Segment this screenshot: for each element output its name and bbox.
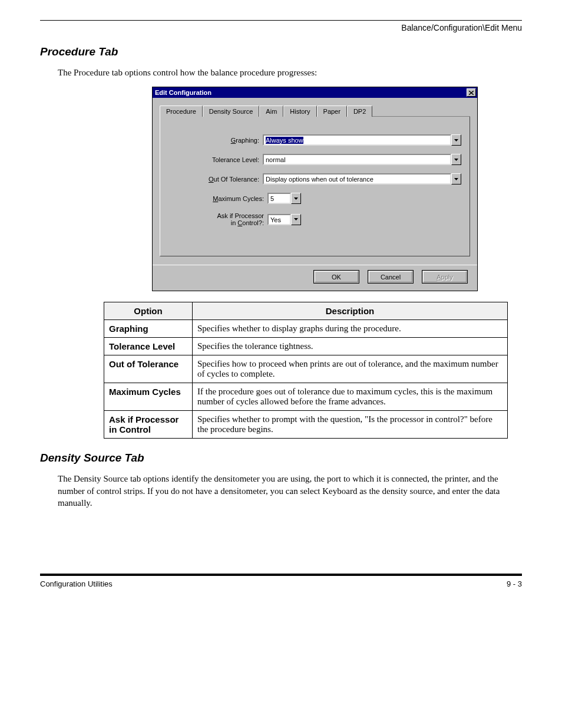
tabstrip: Procedure Density Source Aim History Pap… <box>160 104 470 117</box>
dropdown-button[interactable] <box>291 214 301 225</box>
tab-density-source[interactable]: Density Source <box>203 106 260 117</box>
tab-history[interactable]: History <box>283 106 316 117</box>
intro-text: The Procedure tab options control how th… <box>58 67 522 78</box>
dialog-title: Edit Configuration <box>155 88 211 97</box>
footer-left: Configuration Utilities <box>40 579 113 588</box>
edit-configuration-dialog: Edit Configuration Procedure Density Sou… <box>152 87 478 291</box>
section-heading-procedure: Procedure Tab <box>40 45 522 58</box>
cancel-button[interactable]: Cancel <box>368 270 414 284</box>
graphing-dropdown[interactable]: Always show <box>263 134 461 146</box>
dialog-titlebar: Edit Configuration <box>153 87 477 98</box>
close-button[interactable] <box>467 88 476 97</box>
tab-aim[interactable]: Aim <box>259 106 283 117</box>
page-footer: Configuration Utilities 9 - 3 <box>40 574 522 588</box>
label-graphing: Graphing: <box>168 137 263 144</box>
dropdown-button[interactable] <box>291 193 301 204</box>
label-out-of-tolerance: Out Of Tolerance: <box>168 176 263 183</box>
label-ask-processor: Ask if Processor in Control?: <box>168 212 267 226</box>
dropdown-button[interactable] <box>451 173 461 185</box>
table-row: Maximum CyclesIf the procedure goes out … <box>104 383 508 411</box>
ask-processor-dropdown[interactable]: Yes <box>267 214 301 225</box>
density-source-text: The Density Source tab options identify … <box>58 473 522 509</box>
chevron-down-icon <box>454 159 458 161</box>
apply-button[interactable]: Apply <box>422 270 468 284</box>
label-tolerance-level: Tolerance Level: <box>168 156 263 163</box>
chevron-down-icon <box>454 139 458 141</box>
dropdown-button[interactable] <box>451 134 461 146</box>
tab-dp2[interactable]: DP2 <box>347 106 372 117</box>
table-row: Tolerance LevelSpecifies the tolerance t… <box>104 338 508 355</box>
table-header-option: Option <box>104 302 193 320</box>
close-icon <box>469 91 474 95</box>
table-row: Out of ToleranceSpecifies how to proceed… <box>104 355 508 383</box>
tab-panel-procedure: Graphing: Always show Tolerance Level: n… <box>160 117 470 256</box>
section-heading-density-source: Density Source Tab <box>40 452 522 465</box>
tab-paper[interactable]: Paper <box>317 106 347 117</box>
table-header-description: Description <box>193 302 508 320</box>
ok-button[interactable]: OK <box>313 270 359 284</box>
chevron-down-icon <box>454 178 458 180</box>
out-of-tolerance-dropdown[interactable]: Display options when out of tolerance <box>263 173 461 185</box>
header-right: Balance/Configuration\Edit Menu <box>40 23 522 32</box>
tab-procedure[interactable]: Procedure <box>160 106 203 117</box>
footer-right: 9 - 3 <box>507 579 522 588</box>
table-row: GraphingSpecifies whether to display gra… <box>104 320 508 338</box>
table-row: Ask if Processor in ControlSpecifies whe… <box>104 411 508 439</box>
chevron-down-icon <box>294 218 298 220</box>
chevron-down-icon <box>294 197 298 200</box>
options-table: Option Description GraphingSpecifies whe… <box>104 302 508 439</box>
label-maximum-cycles: Maximum Cycles: <box>168 195 267 202</box>
maximum-cycles-dropdown[interactable]: 5 <box>267 193 301 204</box>
tolerance-level-dropdown[interactable]: normal <box>263 154 461 165</box>
dropdown-button[interactable] <box>451 154 461 165</box>
